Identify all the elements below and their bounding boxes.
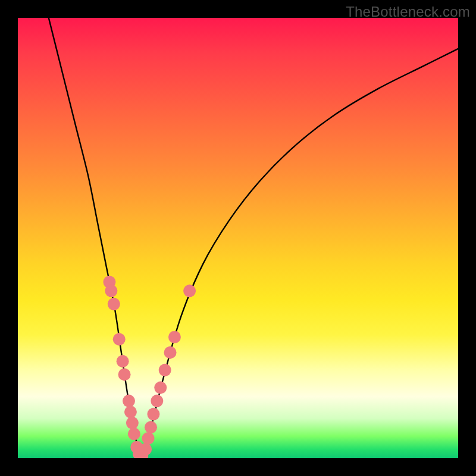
data-marker	[159, 364, 171, 377]
data-marker	[117, 355, 129, 368]
data-marker	[145, 421, 157, 434]
data-marker	[142, 432, 155, 444]
curve-svg	[18, 18, 458, 458]
data-marker	[168, 331, 181, 343]
data-markers	[103, 276, 196, 459]
data-marker	[118, 368, 131, 381]
watermark-text: TheBottleneck.com	[346, 4, 470, 20]
data-marker	[126, 416, 139, 429]
data-marker	[147, 408, 159, 421]
data-marker	[123, 394, 135, 407]
data-marker	[183, 284, 196, 297]
data-marker	[124, 406, 137, 418]
data-marker	[108, 298, 120, 311]
data-marker	[113, 333, 126, 346]
plot-area	[18, 18, 458, 458]
data-marker	[164, 346, 177, 359]
data-marker	[128, 428, 140, 440]
data-marker	[151, 394, 163, 407]
bottleneck-curve	[49, 18, 458, 458]
data-marker	[139, 443, 152, 456]
data-marker	[105, 284, 117, 297]
data-marker	[154, 381, 167, 394]
chart-frame: TheBottleneck.com	[0, 0, 476, 476]
